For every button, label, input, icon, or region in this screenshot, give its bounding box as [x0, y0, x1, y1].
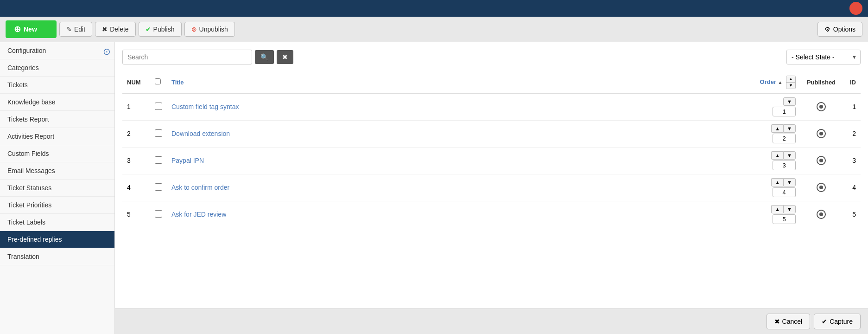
new-button[interactable]: ⊕ New [6, 20, 57, 38]
sidebar-item-tickets[interactable]: Tickets [0, 77, 114, 94]
search-button[interactable]: 🔍 [255, 50, 274, 64]
table-row: 3Paypal IPN▲▼3 [122, 147, 861, 174]
search-input[interactable] [122, 50, 252, 64]
row-select-checkbox[interactable] [155, 183, 162, 191]
select-all-checkbox[interactable] [155, 78, 161, 84]
row-order-cell: ▲▼ [726, 174, 800, 201]
order-up-button[interactable]: ▲ [771, 124, 783, 133]
articles-table: NUM Title Order ▲ ▲ ▼ Published ID [122, 72, 861, 228]
row-title-link[interactable]: Custom field tag syntax [171, 103, 239, 110]
row-published-cell [800, 147, 842, 174]
top-navigation [0, 0, 868, 17]
edit-button[interactable]: ✎ Edit [59, 22, 92, 37]
sort-up-button[interactable]: ▲ [786, 76, 795, 83]
col-header-order: Order ▲ ▲ ▼ [726, 72, 800, 93]
cancel-button[interactable]: ✖ Cancel [767, 314, 811, 329]
published-status-icon [817, 183, 826, 192]
col-header-published: Published [800, 72, 842, 93]
row-published-cell [800, 174, 842, 201]
order-down-button[interactable]: ▼ [783, 97, 796, 106]
sidebar-item-email-messages[interactable]: Email Messages [0, 162, 114, 180]
sort-asc-icon: ▲ [778, 80, 783, 85]
row-id-cell: 1 [842, 93, 861, 121]
sidebar-item-tickets-report[interactable]: Tickets Report [0, 111, 114, 128]
row-select-checkbox[interactable] [155, 103, 162, 110]
sidebar-item-custom-fields[interactable]: Custom Fields [0, 145, 114, 162]
unpublish-button[interactable]: ⊗ Unpublish [184, 22, 235, 37]
publish-label: Publish [153, 26, 175, 33]
col-header-check [150, 72, 167, 93]
row-title-link[interactable]: Ask to confirm order [171, 184, 229, 191]
order-input[interactable] [773, 134, 796, 143]
capture-button[interactable]: ✔ Capture [814, 314, 861, 329]
row-title-cell: Ask for JED review [167, 201, 726, 228]
delete-button[interactable]: ✖ Delete [95, 22, 135, 37]
published-status-icon [817, 129, 826, 138]
edit-icon: ✎ [66, 26, 72, 33]
order-input[interactable] [773, 107, 796, 116]
clear-search-button[interactable]: ✖ [277, 50, 293, 64]
order-up-button[interactable]: ▲ [771, 205, 783, 213]
row-title-cell: Custom field tag syntax [167, 93, 726, 121]
options-button[interactable]: ⚙ Options [817, 22, 862, 37]
unpublish-icon: ⊗ [191, 26, 197, 33]
sidebar-item-ticket-priorities[interactable]: Ticket Priorities [0, 197, 114, 214]
row-published-cell [800, 93, 842, 121]
col-header-id: ID [842, 72, 861, 93]
sidebar-item-activities-report[interactable]: Activities Report [0, 128, 114, 145]
sidebar-item-translation[interactable]: Translation [0, 248, 114, 265]
row-title-link[interactable]: Download extension [171, 130, 230, 137]
row-select-checkbox[interactable] [155, 210, 162, 218]
row-title-cell: Ask to confirm order [167, 174, 726, 201]
row-title-link[interactable]: Ask for JED review [171, 211, 226, 218]
capture-label: Capture [830, 318, 853, 325]
options-label: Options [833, 26, 855, 33]
sidebar-item-ticket-labels[interactable]: Ticket Labels [0, 214, 114, 231]
select-state-wrapper: - Select State -PublishedUnpublished [786, 50, 861, 64]
row-published-cell [800, 120, 842, 147]
row-id-cell: 2 [842, 120, 861, 147]
row-checkbox-cell [150, 120, 167, 147]
sort-down-button[interactable]: ▼ [786, 83, 795, 89]
publish-button[interactable]: ✔ Publish [139, 22, 182, 37]
order-input[interactable] [773, 214, 796, 224]
row-title-cell: Download extension [167, 120, 726, 147]
nav-icons [849, 2, 862, 15]
row-select-checkbox[interactable] [155, 129, 162, 137]
sidebar-item-configuration[interactable]: Configuration [0, 42, 114, 59]
order-up-button[interactable]: ▲ [771, 151, 783, 160]
order-down-button[interactable]: ▼ [783, 205, 796, 213]
publish-icon: ✔ [146, 26, 151, 33]
delete-label: Delete [110, 26, 128, 33]
row-num: 1 [122, 93, 150, 121]
sidebar-nav: ConfigurationCategoriesTicketsKnowledge … [0, 42, 114, 265]
select-state-dropdown[interactable]: - Select State -PublishedUnpublished [786, 50, 861, 64]
main-layout: ⊙ ConfigurationCategoriesTicketsKnowledg… [0, 42, 868, 334]
close-icon: ✖ [282, 53, 288, 61]
sidebar-item-pre-defined-replies[interactable]: Pre-defined replies [0, 231, 114, 248]
unpublish-label: Unpublish [199, 26, 228, 33]
bottom-bar: ✖ Cancel ✔ Capture [115, 308, 868, 334]
order-down-button[interactable]: ▼ [783, 178, 796, 186]
order-down-button[interactable]: ▼ [783, 151, 796, 160]
row-select-checkbox[interactable] [155, 156, 162, 164]
col-header-title[interactable]: Title [167, 72, 726, 93]
order-input[interactable] [773, 161, 796, 170]
sidebar-item-ticket-statuses[interactable]: Ticket Statuses [0, 180, 114, 197]
sidebar-item-knowledge-base[interactable]: Knowledge base [0, 94, 114, 111]
row-num: 4 [122, 174, 150, 201]
edit-label: Edit [74, 26, 85, 33]
order-down-button[interactable]: ▼ [783, 124, 796, 133]
sidebar-collapse-button[interactable]: ⊙ [103, 46, 111, 57]
cancel-icon: ✖ [774, 318, 780, 325]
order-up-button[interactable]: ▲ [771, 178, 783, 186]
plus-icon: ⊕ [14, 24, 21, 34]
sidebar-item-categories[interactable]: Categories [0, 59, 114, 77]
order-input[interactable] [773, 187, 796, 197]
published-status-icon [817, 102, 826, 111]
row-order-cell: ▼ [726, 93, 800, 121]
user-avatar-icon [849, 2, 862, 15]
row-checkbox-cell [150, 147, 167, 174]
row-id-cell: 5 [842, 201, 861, 228]
row-title-link[interactable]: Paypal IPN [171, 157, 204, 164]
